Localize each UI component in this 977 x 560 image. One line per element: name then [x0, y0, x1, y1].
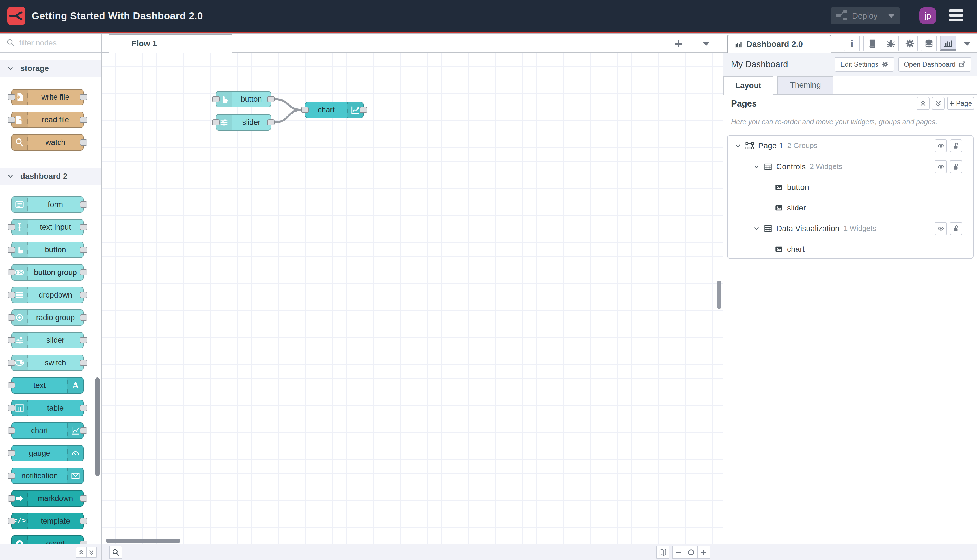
- flow-list-caret[interactable]: [700, 38, 712, 50]
- output-port[interactable]: [80, 427, 87, 434]
- input-port[interactable]: [8, 360, 15, 366]
- output-port[interactable]: [80, 269, 87, 275]
- output-port[interactable]: [80, 405, 87, 411]
- palette-node-form[interactable]: form: [11, 197, 84, 213]
- palette-node-button[interactable]: button: [11, 242, 84, 258]
- visibility-toggle[interactable]: [935, 222, 947, 235]
- tree-row-data-visualization[interactable]: Data Visualization 1 Widgets: [728, 218, 973, 239]
- minimap-toggle-button[interactable]: [656, 546, 670, 559]
- tree-row-chart[interactable]: chart: [728, 239, 973, 259]
- visibility-toggle[interactable]: [935, 139, 947, 152]
- canvas-horizontal-scrollbar[interactable]: [106, 539, 180, 543]
- input-port[interactable]: [8, 269, 15, 275]
- input-port[interactable]: [8, 224, 15, 230]
- input-port[interactable]: [301, 107, 309, 113]
- tab-dashboard-2[interactable]: Dashboard 2.0: [727, 35, 831, 53]
- palette-node-watch[interactable]: watch: [11, 134, 84, 151]
- lock-toggle[interactable]: [950, 160, 962, 173]
- output-port[interactable]: [80, 540, 87, 544]
- deploy-options-caret[interactable]: [888, 13, 895, 18]
- category-storage[interactable]: storage: [0, 60, 101, 77]
- main-menu-button[interactable]: [949, 9, 964, 24]
- chevron-down-icon[interactable]: [754, 165, 759, 169]
- output-port[interactable]: [80, 360, 87, 366]
- palette-node-text-input[interactable]: text input: [11, 219, 84, 235]
- flow-node-button[interactable]: button: [216, 91, 271, 107]
- category-dashboard-2[interactable]: dashboard 2: [0, 168, 101, 185]
- input-port[interactable]: [212, 96, 220, 102]
- sidebar-tabs-caret[interactable]: [964, 42, 971, 46]
- output-port[interactable]: [80, 139, 87, 145]
- output-port[interactable]: [80, 495, 87, 502]
- output-port[interactable]: [80, 292, 87, 298]
- output-port[interactable]: [267, 119, 275, 125]
- palette-collapse-all-button[interactable]: [76, 547, 87, 558]
- palette-node-switch[interactable]: switch: [11, 355, 84, 371]
- canvas-search-button[interactable]: [109, 546, 122, 559]
- output-port[interactable]: [359, 107, 367, 113]
- help-tab-button[interactable]: [863, 36, 880, 51]
- dashboard-tab-button[interactable]: [940, 36, 956, 51]
- input-port[interactable]: [8, 450, 15, 456]
- context-data-tab-button[interactable]: [921, 36, 937, 51]
- palette-node-template[interactable]: </> template: [11, 513, 84, 529]
- palette-scrollbar[interactable]: [95, 377, 100, 477]
- user-avatar[interactable]: jp: [919, 7, 936, 24]
- input-port[interactable]: [8, 518, 15, 524]
- add-page-button[interactable]: Page: [947, 97, 974, 110]
- palette-node-notification[interactable]: notification: [11, 468, 84, 484]
- palette-node-read-file[interactable]: read file: [11, 112, 84, 128]
- input-port[interactable]: [8, 473, 15, 479]
- palette-node-slider[interactable]: slider: [11, 332, 84, 348]
- lock-toggle[interactable]: [950, 139, 962, 152]
- flow-node-slider[interactable]: slider: [216, 114, 271, 130]
- output-port[interactable]: [80, 117, 87, 123]
- palette-node-write-file[interactable]: write file: [11, 89, 84, 105]
- lock-toggle[interactable]: [950, 222, 962, 235]
- output-port[interactable]: [80, 247, 87, 253]
- deploy-button[interactable]: Deploy: [830, 7, 900, 24]
- output-port[interactable]: [80, 315, 87, 321]
- input-port[interactable]: [8, 495, 15, 502]
- input-port[interactable]: [8, 247, 15, 253]
- output-port[interactable]: [267, 96, 275, 102]
- collapse-all-button[interactable]: [917, 97, 930, 110]
- palette-expand-all-button[interactable]: [86, 547, 97, 558]
- input-port[interactable]: [8, 427, 15, 434]
- input-port[interactable]: [8, 94, 15, 100]
- output-port[interactable]: [80, 518, 87, 524]
- palette-node-button-group[interactable]: button group: [11, 264, 84, 280]
- output-port[interactable]: [80, 202, 87, 208]
- chevron-down-icon[interactable]: [754, 227, 759, 230]
- flow-canvas[interactable]: button slider chart: [102, 53, 723, 544]
- filter-nodes-input[interactable]: [18, 38, 90, 48]
- flow-node-chart[interactable]: chart: [305, 102, 364, 118]
- palette-node-chart[interactable]: chart: [11, 422, 84, 439]
- palette-node-markdown[interactable]: markdown: [11, 490, 84, 507]
- info-tab-button[interactable]: i: [844, 36, 860, 51]
- tree-row-controls[interactable]: Controls 2 Widgets: [728, 156, 973, 177]
- input-port[interactable]: [8, 315, 15, 321]
- palette-node-dropdown[interactable]: dropdown: [11, 287, 84, 303]
- config-tab-button[interactable]: [902, 36, 918, 51]
- open-dashboard-button[interactable]: Open Dashboard: [898, 57, 971, 72]
- zoom-reset-button[interactable]: [685, 546, 698, 559]
- input-port[interactable]: [8, 405, 15, 411]
- palette-node-radio-group[interactable]: radio group: [11, 309, 84, 326]
- input-port[interactable]: [8, 337, 15, 343]
- output-port[interactable]: [80, 224, 87, 230]
- input-port[interactable]: [8, 382, 15, 388]
- palette-node-event[interactable]: event: [11, 535, 84, 544]
- zoom-out-button[interactable]: [672, 546, 685, 559]
- tab-flow-1[interactable]: Flow 1: [109, 34, 232, 53]
- input-port[interactable]: [8, 292, 15, 298]
- input-port[interactable]: [8, 117, 15, 123]
- expand-all-button[interactable]: [932, 97, 945, 110]
- edit-settings-button[interactable]: Edit Settings: [835, 57, 894, 72]
- visibility-toggle[interactable]: [935, 160, 947, 173]
- palette-node-gauge[interactable]: gauge: [11, 445, 84, 462]
- output-port[interactable]: [80, 94, 87, 100]
- canvas-vertical-scrollbar[interactable]: [717, 280, 721, 309]
- tree-row-slider[interactable]: slider: [728, 197, 973, 218]
- tree-row-button[interactable]: button: [728, 177, 973, 197]
